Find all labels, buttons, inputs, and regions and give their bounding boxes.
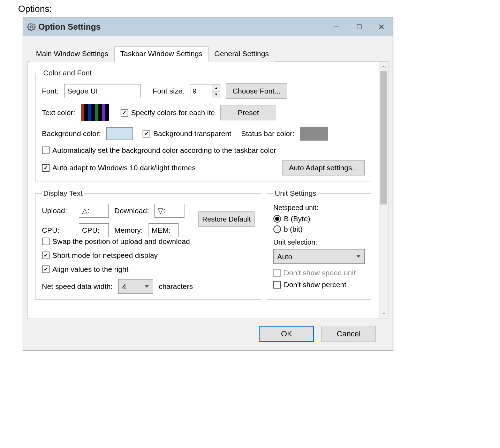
netspeed-unit-label: Netspeed unit: <box>273 204 365 212</box>
status-bar-color-label: Status bar color: <box>241 129 294 138</box>
checkbox-icon <box>143 130 150 137</box>
dont-show-speed-unit-label: Don't show speed unit <box>284 269 356 277</box>
auto-adapt-settings-button[interactable]: Auto Adapt settings... <box>282 160 365 176</box>
checkbox-icon <box>42 147 50 154</box>
checkbox-icon <box>42 238 50 245</box>
radio-icon <box>273 225 281 233</box>
specify-colors-checkbox[interactable]: Specify colors for each ite <box>121 109 215 117</box>
group-color-and-font-legend: Color and Font <box>42 69 93 77</box>
font-label: Font: <box>42 87 59 95</box>
net-speed-width-suffix: characters <box>159 282 193 291</box>
ok-button[interactable]: OK <box>259 326 314 342</box>
memory-label: Memory: <box>114 226 143 234</box>
group-unit-settings: Unit Settings Netspeed unit: B (Byte) b … <box>267 189 371 300</box>
tab-general-settings[interactable]: General Settings <box>209 46 275 62</box>
short-mode-label: Short mode for netspeed display <box>52 251 158 260</box>
unit-selection-label: Unit selection: <box>273 238 365 246</box>
net-speed-width-label: Net speed data width: <box>42 282 113 291</box>
swap-upload-download-checkbox[interactable]: Swap the position of upload and download <box>42 237 190 246</box>
group-unit-settings-legend: Unit Settings <box>273 189 318 197</box>
maximize-button[interactable] <box>348 17 370 36</box>
radio-icon <box>273 215 281 223</box>
upload-input[interactable] <box>79 204 109 218</box>
cancel-button[interactable]: Cancel <box>321 326 376 342</box>
svg-point-0 <box>30 26 32 28</box>
scrollbar-thumb[interactable] <box>380 71 387 204</box>
spinner-up-icon[interactable]: ▲ <box>212 84 220 91</box>
dont-show-percent-checkbox[interactable]: Don't show percent <box>273 281 365 289</box>
outer-options-label: Options: <box>0 0 500 17</box>
titlebar: Option Settings <box>23 17 393 36</box>
background-transparent-checkbox[interactable]: Background transparent <box>143 129 231 138</box>
net-speed-width-select[interactable]: 4 <box>118 279 153 294</box>
radio-byte-label: B (Byte) <box>284 215 310 223</box>
specify-colors-label: Specify colors for each ite <box>131 109 215 117</box>
auto-adapt-label: Auto adapt to Windows 10 dark/light them… <box>52 164 196 172</box>
font-size-label: Font size: <box>153 87 184 95</box>
group-display-text: Display Text Upload: Download: <box>35 189 261 300</box>
scroll-up-icon[interactable]: ︿ <box>379 62 388 71</box>
tab-strip: Main Window Settings Taskbar Window Sett… <box>30 46 388 61</box>
checkbox-icon <box>273 269 281 277</box>
minimize-button[interactable] <box>326 17 348 36</box>
status-bar-color-box[interactable] <box>300 127 328 141</box>
cpu-label: CPU: <box>42 226 73 234</box>
font-input[interactable] <box>64 84 141 98</box>
swap-upload-download-label: Swap the position of upload and download <box>52 237 190 246</box>
align-right-checkbox[interactable]: Align values to the right <box>42 265 128 274</box>
unit-selection-select[interactable]: Auto <box>273 249 365 264</box>
background-transparent-label: Background transparent <box>153 129 231 138</box>
option-settings-window: Option Settings Main Window Settings Tas… <box>23 17 393 351</box>
radio-bit-label: b (bit) <box>284 225 303 233</box>
text-color-label: Text color: <box>42 109 75 117</box>
upload-label: Upload: <box>42 207 73 215</box>
radio-bit[interactable]: b (bit) <box>273 225 365 233</box>
background-color-label: Background color: <box>42 129 101 138</box>
dialog-footer: OK Cancel <box>27 319 388 350</box>
spinner-down-icon[interactable]: ▼ <box>212 91 220 98</box>
font-size-spinner[interactable]: ▲ ▼ <box>190 84 220 98</box>
auto-background-label: Automatically set the background color a… <box>52 146 276 155</box>
auto-background-checkbox[interactable]: Automatically set the background color a… <box>42 146 276 155</box>
gear-icon <box>27 23 36 31</box>
background-color-box[interactable] <box>106 127 133 140</box>
tab-taskbar-window-settings[interactable]: Taskbar Window Settings <box>114 46 209 62</box>
checkbox-icon <box>273 281 281 289</box>
short-mode-checkbox[interactable]: Short mode for netspeed display <box>42 251 158 260</box>
font-size-input[interactable] <box>190 84 212 98</box>
checkbox-icon <box>121 109 128 117</box>
text-color-swatch[interactable] <box>81 104 109 121</box>
vertical-scrollbar[interactable]: ︿ ﹀ <box>379 61 388 319</box>
dont-show-speed-unit-checkbox: Don't show speed unit <box>273 269 365 277</box>
restore-default-button[interactable]: Restore Default <box>198 211 255 227</box>
auto-adapt-checkbox[interactable]: Auto adapt to Windows 10 dark/light them… <box>42 164 196 172</box>
svg-rect-2 <box>357 25 361 29</box>
checkbox-icon <box>42 164 50 172</box>
choose-font-button[interactable]: Choose Font... <box>226 83 287 99</box>
download-input[interactable] <box>154 204 184 218</box>
tab-content: Color and Font Font: Font size: ▲ ▼ <box>27 61 379 319</box>
window-title: Option Settings <box>38 22 101 32</box>
scroll-down-icon[interactable]: ﹀ <box>379 309 388 319</box>
group-color-and-font: Color and Font Font: Font size: ▲ ▼ <box>35 69 371 181</box>
dont-show-percent-label: Don't show percent <box>284 281 346 289</box>
align-right-label: Align values to the right <box>52 265 128 274</box>
close-button[interactable] <box>370 17 393 36</box>
checkbox-icon <box>42 266 50 273</box>
checkbox-icon <box>42 252 50 259</box>
scrollbar-track[interactable] <box>379 71 388 309</box>
preset-button[interactable]: Preset <box>220 105 276 120</box>
group-display-text-legend: Display Text <box>42 189 84 197</box>
cpu-input[interactable] <box>79 223 109 237</box>
tab-main-window-settings[interactable]: Main Window Settings <box>30 46 114 62</box>
radio-byte[interactable]: B (Byte) <box>273 215 365 223</box>
download-label: Download: <box>114 207 149 215</box>
memory-input[interactable] <box>149 223 179 237</box>
